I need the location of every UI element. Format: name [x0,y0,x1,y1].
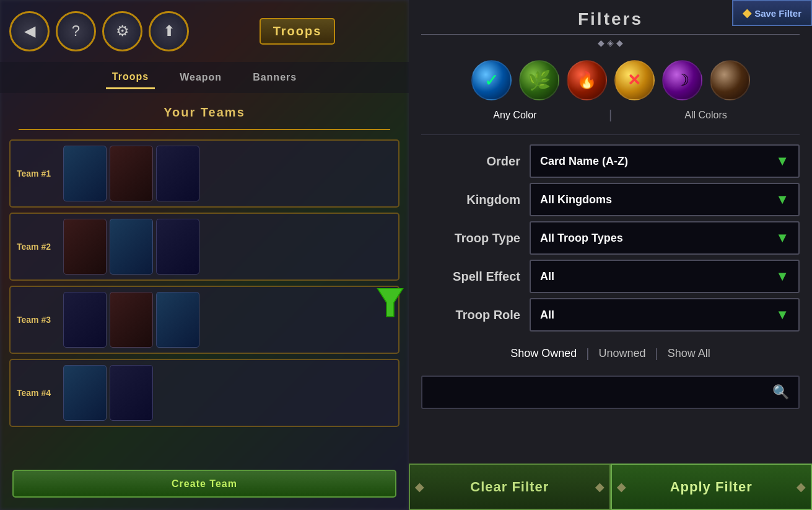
btn-diamond-left-icon: ◆ [617,480,626,494]
top-nav: ◀ ? ⚙ ⬆ Troops [0,0,409,62]
ownership-section: Show Owned | Unowned | Show All [409,335,812,372]
clear-filter-label: Clear Filter [470,479,549,495]
dropdown-arrow-icon: ▼ [775,230,789,246]
filters-decoration: ◆ ◈ ◆ [409,38,812,48]
dropdown-arrow-icon: ▼ [775,307,789,323]
team-label: Team #1 [11,169,60,178]
dropdown-arrow-icon: ▼ [775,191,789,208]
show-owned-option[interactable]: Show Owned [501,344,586,363]
color-orbs-row: ✓ 🌿 🔥 ✕ ☽ [421,60,800,100]
troop-role-value: All [540,309,554,322]
fire-icon: 🔥 [568,61,606,99]
help-button[interactable]: ? [56,11,96,51]
leaf-icon: 🌿 [520,61,558,99]
team-label: Team #2 [11,242,60,252]
kingdom-label: Kingdom [421,193,520,207]
card-slot [63,219,107,275]
troop-type-value: All Troop Types [540,232,623,245]
troop-type-label: Troop Type [421,231,520,245]
color-orb-red[interactable]: 🔥 [567,60,607,100]
spell-effect-row: Spell Effect All ▼ [421,260,800,293]
order-dropdown[interactable]: Card Name (A-Z) ▼ [530,144,800,178]
card-slot [63,292,107,348]
team-cards [60,214,398,279]
check-icon: ✓ [473,61,510,99]
tab-banners[interactable]: Banners [247,67,303,88]
list-item[interactable]: Team #2 [9,213,399,281]
color-orb-blue[interactable]: ✓ [471,60,512,100]
unowned-option[interactable]: Unowned [589,344,655,363]
any-color-label[interactable]: Any Color [427,110,603,121]
list-item[interactable]: Team #3 [9,286,399,354]
card-slot [110,219,153,275]
left-panel: ◀ ? ⚙ ⬆ Troops Troops Weapon Banners You… [0,0,409,510]
card-slot [156,146,199,201]
card-slot [110,292,153,348]
search-input[interactable] [432,387,772,398]
search-icon: 🔍 [772,384,789,400]
order-value: Card Name (A-Z) [540,155,628,168]
troop-role-dropdown[interactable]: All ▼ [530,298,800,332]
team-label: Team #4 [11,388,60,398]
apply-filter-label: Apply Filter [670,479,753,495]
dropdown-arrow-icon: ▼ [775,268,789,284]
clear-filter-button[interactable]: ◆ Clear Filter ◆ [409,464,611,510]
svg-marker-0 [377,288,403,317]
teams-divider [19,129,390,130]
show-all-option[interactable]: Show All [658,344,720,363]
color-section-divider [421,134,800,135]
team-cards [60,141,398,206]
color-label-separator: | [603,108,618,122]
bottom-buttons: ◆ Clear Filter ◆ ◆ Apply Filter ◆ [409,464,812,510]
troop-type-dropdown[interactable]: All Troop Types ▼ [530,221,800,255]
spell-effect-dropdown[interactable]: All ▼ [530,260,800,293]
nav-title-area: Troops [195,18,399,45]
create-team-button[interactable]: Create Team [12,470,396,498]
kingdom-value: All Kingdoms [540,193,612,206]
list-item[interactable]: Team #4 [9,359,399,427]
right-panel: ◆ Save Filter Filters ◆ ◈ ◆ ✓ 🌿 🔥 ✕ [409,0,812,510]
save-filter-diamond-icon: ◆ [743,6,751,20]
filter-funnel-icon [372,285,409,322]
color-orbs-section: ✓ 🌿 🔥 ✕ ☽ Any Color | All Colors [409,54,812,128]
tab-bar: Troops Weapon Banners [0,62,409,93]
x-icon: ✕ [616,61,653,99]
save-filter-button[interactable]: ◆ Save Filter [732,0,812,26]
card-slot [110,146,153,201]
team-cards [60,287,398,353]
back-button[interactable]: ◀ [9,11,50,51]
color-orb-brown[interactable] [710,60,750,100]
card-slot [156,292,199,348]
all-colors-label[interactable]: All Colors [618,110,793,121]
filters-divider [421,34,800,35]
color-orb-purple[interactable]: ☽ [662,60,702,100]
color-orb-green[interactable]: 🌿 [519,60,559,100]
card-slot [110,365,153,421]
tab-weapon[interactable]: Weapon [173,67,228,88]
list-item[interactable]: Team #1 [9,139,399,208]
dropdown-arrow-icon: ▼ [775,153,789,169]
apply-filter-button[interactable]: ◆ Apply Filter ◆ [611,464,813,510]
troop-role-row: Troop Role All ▼ [421,298,800,332]
kingdom-dropdown[interactable]: All Kingdoms ▼ [530,183,800,216]
btn-diamond-right-icon: ◆ [797,480,806,494]
card-slot [156,219,199,275]
save-filter-label: Save Filter [754,8,801,19]
team-cards [60,360,398,426]
tab-troops[interactable]: Troops [106,66,155,89]
settings-button[interactable]: ⚙ [102,11,142,51]
kingdom-row: Kingdom All Kingdoms ▼ [421,183,800,216]
filter-rows-section: Order Card Name (A-Z) ▼ Kingdom All King… [409,141,812,335]
search-section: 🔍 [409,372,812,418]
troop-type-row: Troop Type All Troop Types ▼ [421,221,800,255]
card-slot [63,365,107,421]
btn-diamond-right-icon: ◆ [595,480,605,494]
level-button[interactable]: ⬆ [149,11,189,51]
spell-effect-value: All [540,270,554,283]
color-orb-yellow[interactable]: ✕ [614,60,655,100]
color-labels-row: Any Color | All Colors [421,108,800,122]
btn-diamond-left-icon: ◆ [415,480,424,494]
search-bar: 🔍 [421,376,800,409]
page-title: Troops [260,18,336,45]
teams-title: Your Teams [6,99,403,126]
